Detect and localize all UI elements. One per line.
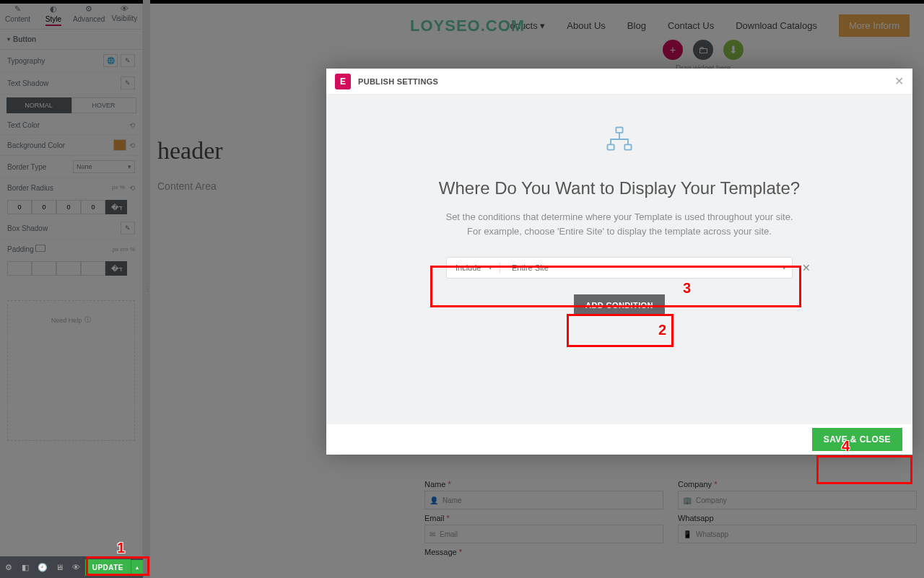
annotation-number-3: 3	[683, 280, 691, 297]
update-dropdown-button[interactable]: ▴	[131, 560, 143, 575]
chevron-down-icon: ▾	[489, 264, 492, 271]
condition-target-select[interactable]: Entire Site▾	[505, 263, 792, 272]
editor-bottom-bar: ⚙ ◧ 🕘 🖥 👁 UPDATE ▴	[0, 556, 143, 578]
sitemap-icon	[348, 123, 891, 158]
navigator-icon[interactable]: ◧	[17, 563, 35, 572]
condition-remove-button[interactable]: ✕	[802, 262, 811, 273]
chevron-down-icon: ▾	[783, 264, 786, 271]
svg-rect-1	[608, 144, 614, 149]
save-close-button[interactable]: SAVE & CLOSE	[812, 428, 902, 451]
svg-rect-2	[624, 144, 631, 149]
annotation-number-4: 4	[842, 438, 850, 455]
condition-mode-value: Include	[456, 263, 481, 272]
settings-icon[interactable]: ⚙	[0, 563, 17, 572]
responsive-mode-icon[interactable]: 🖥	[51, 563, 69, 572]
modal-heading: Where Do You Want to Display Your Templa…	[348, 178, 891, 198]
modal-close-button[interactable]: ✕	[894, 74, 904, 88]
modal-header: E PUBLISH SETTINGS ✕	[326, 69, 912, 95]
modal-body: Where Do You Want to Display Your Templa…	[326, 95, 912, 424]
svg-rect-0	[616, 128, 622, 133]
update-button[interactable]: UPDATE	[85, 559, 131, 576]
modal-footer: SAVE & CLOSE	[326, 424, 912, 455]
add-condition-button[interactable]: ADD CONDITION	[574, 294, 665, 316]
modal-desc: Set the conditions that determine where …	[417, 210, 821, 238]
condition-target-value: Entire Site	[512, 263, 549, 272]
condition-mode-select[interactable]: Include▾	[447, 263, 505, 273]
annotation-number-1: 1	[117, 540, 125, 556]
history-icon[interactable]: 🕘	[34, 563, 51, 572]
modal-title: PUBLISH SETTINGS	[358, 77, 438, 86]
annotation-number-2: 2	[658, 322, 666, 338]
publish-settings-modal: E PUBLISH SETTINGS ✕ Where Do You Want t…	[326, 69, 912, 455]
preview-icon[interactable]: 👁	[68, 563, 85, 572]
elementor-logo-icon: E	[335, 74, 351, 89]
condition-row: Include▾ Entire Site▾ ✕	[446, 257, 793, 279]
